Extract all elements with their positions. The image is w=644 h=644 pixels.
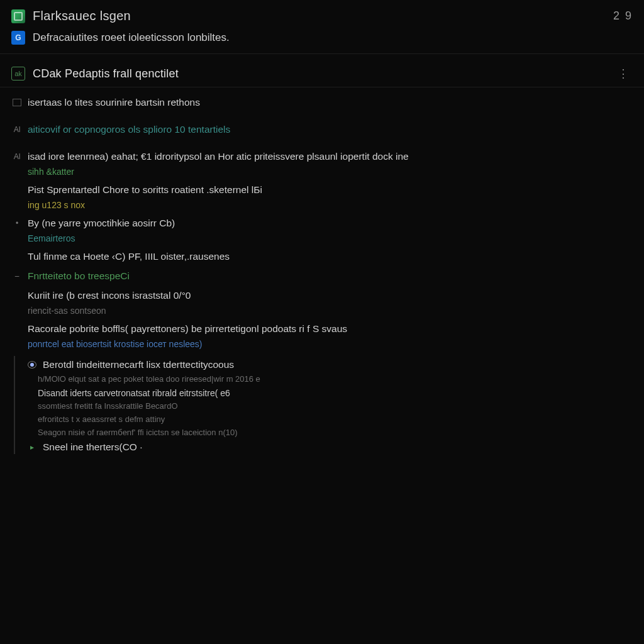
option-group: Berotdl tindeitternecarft lisx tderttect… bbox=[14, 356, 636, 454]
bullet-text: Al bbox=[13, 152, 21, 161]
settings-list[interactable]: isertaas lo tites sourinire bartsin reth… bbox=[0, 87, 644, 644]
section-header: ak CDak Pedaptis frall qenctilet ⋮ bbox=[0, 54, 644, 87]
option-label: Berotdl tindeitternecarft lisx tderttect… bbox=[43, 358, 234, 372]
option-label: By (ne yarre ymoctihkie aosirr Cb) bbox=[28, 217, 175, 230]
option-detail: Seagon nisie of raermбenf' ffi icictsn s… bbox=[38, 428, 636, 438]
option-row[interactable]: Tul finme ca Hoete ‹C) PF, IIIL oister,.… bbox=[8, 244, 636, 264]
option-link[interactable]: ponrtcel eat biosertsit krostise ioсет n… bbox=[28, 338, 631, 350]
option-label: Sneel ine therters(CO · bbox=[43, 441, 143, 454]
option-row[interactable]: Al aiticovif or copnogoros ols splioro 1… bbox=[8, 117, 636, 136]
option-row[interactable]: Racorale pobrite boffls( payrettoners) b… bbox=[8, 316, 636, 350]
option-label: isad iore leenrnea) eahat; €1 idrorityps… bbox=[28, 150, 409, 164]
option-row[interactable]: ▸ Sneel ine therters(CO · bbox=[23, 438, 636, 454]
globe-icon: G bbox=[11, 31, 25, 45]
option-row[interactable]: – Fnrtteiteto bo treespeCi bbox=[8, 264, 636, 283]
section-title: CDak Pedaptis frall qenctilet bbox=[33, 67, 606, 80]
option-detail: h/MOlO elqut sat а рeс poket tolea doo r… bbox=[38, 374, 636, 385]
option-label: Racorale pobrite boffls( payrettoners) b… bbox=[28, 323, 347, 336]
window-title: Flarksauec lsgen bbox=[33, 9, 606, 23]
option-subtext: Eemairteros bbox=[28, 233, 631, 244]
subtitle-text: Defracaiutites roeet ioleeticsson lonbil… bbox=[33, 31, 230, 44]
option-subtext: sihh &katter bbox=[28, 166, 631, 177]
titlebar: Flarksauec lsgen 2 9 bbox=[0, 0, 644, 28]
option-detail: ssomtiest fretitt fa Insskrattile Becard… bbox=[38, 401, 636, 412]
bullet-dash-icon: – bbox=[13, 272, 21, 280]
option-label: Fnrtteiteto bo treespeCi bbox=[28, 270, 130, 283]
checkbox-icon[interactable] bbox=[13, 99, 21, 106]
option-row[interactable]: Al isad iore leenrnea) eahat; €1 idrorit… bbox=[8, 144, 636, 177]
kebab-menu-icon[interactable]: ⋮ bbox=[614, 67, 633, 80]
radio-icon[interactable] bbox=[28, 361, 36, 369]
option-label: isertaas lo tites sourinire bartsin reth… bbox=[28, 96, 200, 109]
expand-icon[interactable]: ▸ bbox=[28, 443, 36, 452]
option-subtext: ing u123 s nox bbox=[28, 199, 631, 211]
option-label: Tul finme ca Hoete ‹C) PF, IIIL oister,.… bbox=[28, 250, 230, 264]
option-row[interactable]: Pist Sprentartedl Chore to soritts roati… bbox=[8, 177, 636, 211]
section-icon: ak bbox=[11, 67, 25, 80]
bullet-text: Al bbox=[13, 125, 21, 134]
settings-window: Flarksauec lsgen 2 9 G Defracaiutites ro… bbox=[0, 0, 644, 644]
option-detail: Disandt iderts carvetronatsat ribrald ei… bbox=[38, 387, 636, 399]
bullet-dot-icon: • bbox=[13, 219, 21, 228]
option-row[interactable]: Kuriit ire (b crest incons israststal 0/… bbox=[8, 283, 636, 316]
option-label: Pist Sprentartedl Chore to soritts roati… bbox=[28, 184, 262, 197]
option-row[interactable]: • By (ne yarre ymoctihkie aosirr Cb) Eem… bbox=[8, 211, 636, 244]
option-detail: efroritcts t x aeassrret s defm attiny bbox=[38, 414, 636, 425]
option-row[interactable]: Berotdl tindeitternecarft lisx tderttect… bbox=[23, 356, 636, 372]
option-label: aiticovif or copnogoros ols splioro 10 t… bbox=[28, 123, 230, 136]
option-subtext: riencit-sas sontseon bbox=[28, 305, 631, 316]
option-row[interactable]: isertaas lo tites sourinire bartsin reth… bbox=[8, 90, 636, 109]
subtitle-bar: G Defracaiutites roeet ioleeticsson lonb… bbox=[0, 28, 644, 54]
app-icon bbox=[11, 9, 25, 23]
option-label: Kuriit ire (b crest incons israststal 0/… bbox=[28, 289, 191, 303]
page-counter: 2 9 bbox=[613, 9, 633, 23]
